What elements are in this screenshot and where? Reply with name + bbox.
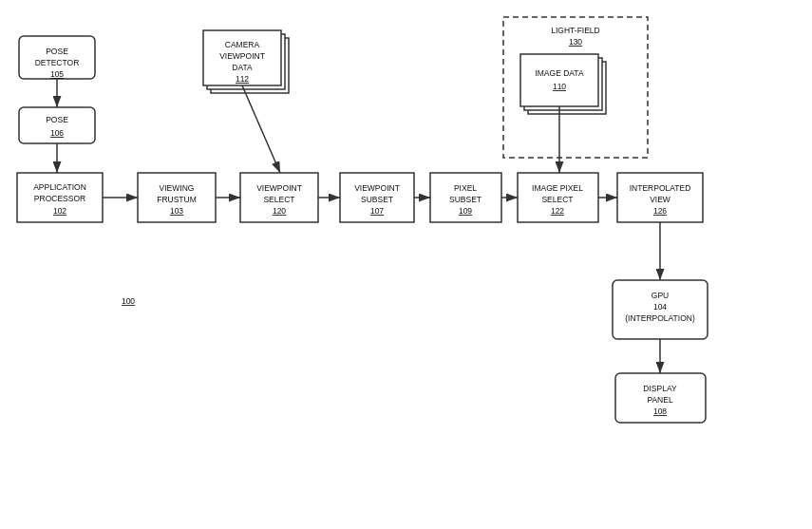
display-panel-label: DISPLAY — [643, 384, 677, 393]
light-field-num: 130 — [569, 37, 582, 47]
viewing-frustum-num: 103 — [170, 206, 183, 216]
pose-detector-label2: DETECTOR — [35, 58, 80, 67]
interpolated-view-label: INTERPOLATED — [630, 183, 691, 193]
interpolated-view-num: 126 — [653, 206, 667, 216]
app-processor-num: 102 — [53, 206, 66, 216]
viewing-frustum-label2: FRUSTUM — [157, 195, 197, 204]
viewpoint-select-num: 120 — [273, 206, 286, 216]
pixel-subset-num: 109 — [459, 206, 472, 216]
light-field-label: LIGHT-FIELD — [551, 26, 599, 35]
viewpoint-select-label2: SELECT — [263, 195, 294, 204]
diagram-container: POSE DETECTOR 105 POSE 106 APPLICATION P… — [0, 0, 812, 529]
pose-box — [19, 107, 95, 143]
image-pixel-select-label: IMAGE PIXEL — [532, 183, 583, 193]
image-pixel-select-num: 122 — [551, 206, 564, 216]
display-panel-label2: PANEL — [647, 395, 673, 405]
app-processor-label: APPLICATION — [33, 182, 86, 192]
diagram-ref: 100 — [122, 296, 135, 306]
image-data-num: 110 — [553, 82, 566, 91]
camera-vp-label3: DATA — [232, 63, 253, 72]
gpu-label2: (INTERPOLATION) — [625, 313, 695, 323]
pose-detector-label: POSE — [46, 47, 68, 56]
camera-vp-label2: VIEWPOINT — [219, 51, 265, 61]
viewpoint-subset-label: VIEWPOINT — [354, 183, 400, 193]
viewing-frustum-label: VIEWING — [160, 183, 195, 193]
pixel-subset-label: PIXEL — [454, 183, 477, 193]
arrow-cvp-to-vpsel — [242, 85, 280, 173]
display-panel-num: 108 — [653, 406, 667, 416]
interpolated-view-label2: VIEW — [650, 195, 670, 204]
camera-vp-label: CAMERA — [225, 40, 260, 49]
pose-detector-num: 105 — [50, 69, 64, 79]
viewpoint-select-label: VIEWPOINT — [256, 183, 302, 193]
viewpoint-subset-num: 107 — [370, 206, 384, 216]
image-data-box — [520, 54, 598, 106]
image-pixel-select-label2: SELECT — [541, 195, 573, 204]
viewpoint-subset-label2: SUBSET — [361, 195, 393, 204]
app-processor-label2: PROCESSOR — [34, 194, 85, 203]
camera-vp-num: 112 — [236, 74, 249, 84]
pose-num: 106 — [50, 128, 64, 138]
gpu-label: GPU — [651, 291, 669, 300]
pose-label: POSE — [46, 115, 68, 124]
pixel-subset-label2: SUBSET — [449, 195, 482, 204]
image-data-label: IMAGE DATA — [535, 68, 583, 78]
gpu-num: 104 — [653, 302, 667, 312]
